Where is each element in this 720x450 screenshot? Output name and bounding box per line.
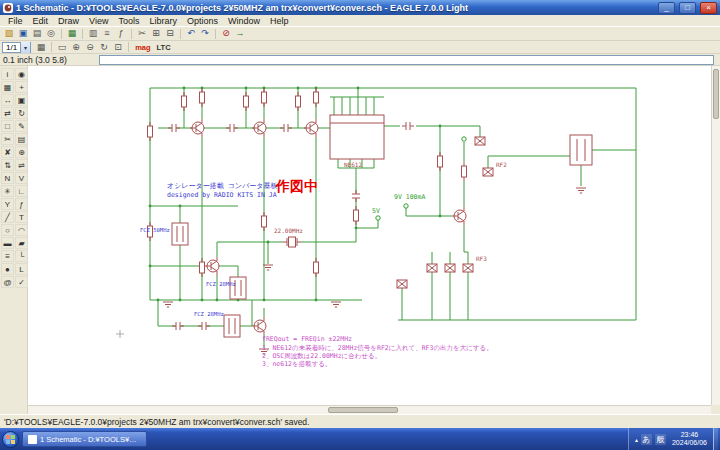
rect-tool-icon[interactable]: ▬ [1,237,14,249]
schematic-graphics [28,66,711,405]
label-tool-icon[interactable]: L [15,263,28,275]
smash-tool-icon[interactable]: ✳ [1,185,14,197]
mark-tool-icon[interactable]: + [15,81,28,93]
workspace: i◉▦+↔▣⇄↻□✎✂▤✘⊕⇅⇌NV✳∟Yƒ╱T○◠▬▰≡└●L@✓ [0,66,720,414]
cam-processor-icon[interactable]: ◎ [44,28,58,40]
sheet-selector-value: 1/1 [6,43,17,52]
redo-icon[interactable]: ↷ [198,28,212,40]
group-tool-icon[interactable]: □ [1,120,14,132]
add-part-tool-icon[interactable]: ⊕ [15,146,28,158]
invoke-tool-icon[interactable]: ƒ [15,198,28,210]
circle-tool-icon[interactable]: ○ [1,224,14,236]
sheet-selector[interactable]: 1/1 ▾ [2,42,31,53]
taskbar-clock[interactable]: 23:46 2024/06/06 [669,431,710,448]
go-icon[interactable]: → [233,28,247,40]
taskbar-eagle-label: 1 Schematic - D:¥TOOLS¥EAGLE-7.0.0... [40,435,141,444]
ime-conversion-mode[interactable]: 般 [655,434,666,445]
move-tool-icon[interactable]: ↔ [1,94,14,106]
schematic-canvas[interactable]: オシレーター搭載 コンバータ基板designed by RADIO KITS I… [28,66,720,414]
ulp-button-ltc[interactable]: LTC [154,42,174,53]
window-title: 1 Schematic - D:¥TOOLS¥EAGLE-7.0.0¥proje… [16,3,654,13]
minimize-button[interactable]: _ [658,2,675,14]
menu-bar: FileEditDrawViewToolsLibraryOptionsWindo… [0,15,720,27]
attribute-tool-icon[interactable]: @ [1,276,14,288]
menu-edit[interactable]: Edit [28,16,54,26]
toolbar-main: ▧▣▤◎▦▥≡ƒ✂⊞⊟↶↷⊘→ [0,27,720,41]
start-button[interactable] [2,431,19,448]
toolbar-separator [131,29,132,39]
display-tool-icon[interactable]: ▦ [1,81,14,93]
wire-tool-icon[interactable]: ╱ [1,211,14,223]
menu-draw[interactable]: Draw [53,16,84,26]
pinswap-tool-icon[interactable]: ⇅ [1,159,14,171]
toolbar-separator [82,29,83,39]
zoom-fit-icon[interactable]: ▭ [55,41,69,53]
grid-icon[interactable]: ▦ [34,41,48,53]
status-bar: 'D:¥TOOLS¥EAGLE-7.0.0¥projects 2¥50MHZ a… [0,414,720,428]
net-tool-icon[interactable]: └ [15,250,28,262]
delete-tool-icon[interactable]: ✘ [1,146,14,158]
text-tool-icon[interactable]: T [15,211,28,223]
menu-window[interactable]: Window [223,16,265,26]
menu-help[interactable]: Help [265,16,294,26]
zoom-in-icon[interactable]: ⊕ [69,41,83,53]
menu-library[interactable]: Library [144,16,182,26]
paste-tool-icon[interactable]: ▤ [15,133,28,145]
tool-palette: i◉▦+↔▣⇄↻□✎✂▤✘⊕⇅⇌NV✳∟Yƒ╱T○◠▬▰≡└●L@✓ [0,66,28,414]
combo-arrow-icon: ▾ [20,42,30,53]
open-file-icon[interactable]: ▧ [2,28,16,40]
toolbar-separator [61,29,62,39]
menu-options[interactable]: Options [182,16,223,26]
replace-tool-icon[interactable]: ⇌ [15,159,28,171]
eagle-app-icon [3,3,13,13]
command-line-input[interactable] [99,55,714,65]
polygon-tool-icon[interactable]: ▰ [15,237,28,249]
mirror-tool-icon[interactable]: ⇄ [1,107,14,119]
print-icon[interactable]: ▤ [30,28,44,40]
info-tool-icon[interactable]: i [1,68,14,80]
split-tool-icon[interactable]: Y [1,198,14,210]
vertical-scrollbar[interactable] [711,66,720,405]
rotate-tool-icon[interactable]: ↻ [15,107,28,119]
horizontal-scrollbar[interactable] [28,405,711,414]
change-tool-icon[interactable]: ✎ [15,120,28,132]
zoom-select-icon[interactable]: ⊡ [111,41,125,53]
junction-tool-icon[interactable]: ● [1,263,14,275]
show-desktop-button[interactable] [713,428,718,450]
taskbar-eagle-button[interactable]: 1 Schematic - D:¥TOOLS¥EAGLE-7.0.0... [22,431,147,447]
name-tool-icon[interactable]: N [1,172,14,184]
cut-icon[interactable]: ✂ [135,28,149,40]
erc-tool-icon[interactable]: ✓ [15,276,28,288]
maximize-button[interactable]: □ [679,2,696,14]
undo-icon[interactable]: ↶ [184,28,198,40]
run-ulp-icon[interactable]: ƒ [114,28,128,40]
clock-date: 2024/06/06 [672,439,707,447]
menu-tools[interactable]: Tools [113,16,144,26]
paste-icon[interactable]: ⊟ [163,28,177,40]
ime-input-mode[interactable]: あ [641,434,652,445]
copy-tool-icon[interactable]: ▣ [15,94,28,106]
title-bar[interactable]: 1 Schematic - D:¥TOOLS¥EAGLE-7.0.0¥proje… [0,0,720,15]
show-tool-icon[interactable]: ◉ [15,68,28,80]
menu-view[interactable]: View [84,16,113,26]
ulp-button-mag[interactable]: mag [132,42,153,53]
status-message: 'D:¥TOOLS¥EAGLE-7.0.0¥projects 2¥50MHZ a… [4,417,309,427]
use-library-icon[interactable]: ▥ [86,28,100,40]
value-tool-icon[interactable]: V [15,172,28,184]
show-hidden-icons-button[interactable]: ▴ [635,436,638,443]
vertical-scrollbar-thumb[interactable] [713,69,719,119]
copy-icon[interactable]: ⊞ [149,28,163,40]
run-script-icon[interactable]: ≡ [100,28,114,40]
zoom-redraw-icon[interactable]: ↻ [97,41,111,53]
stop-icon[interactable]: ⊘ [219,28,233,40]
arc-tool-icon[interactable]: ◠ [15,224,28,236]
menu-file[interactable]: File [3,16,28,26]
save-icon[interactable]: ▣ [16,28,30,40]
cut-tool-icon[interactable]: ✂ [1,133,14,145]
close-button[interactable]: × [700,2,717,14]
zoom-out-icon[interactable]: ⊖ [83,41,97,53]
bus-tool-icon[interactable]: ≡ [1,250,14,262]
switch-to-board-icon[interactable]: ▦ [65,28,79,40]
miter-tool-icon[interactable]: ∟ [15,185,28,197]
horizontal-scrollbar-thumb[interactable] [328,407,398,413]
